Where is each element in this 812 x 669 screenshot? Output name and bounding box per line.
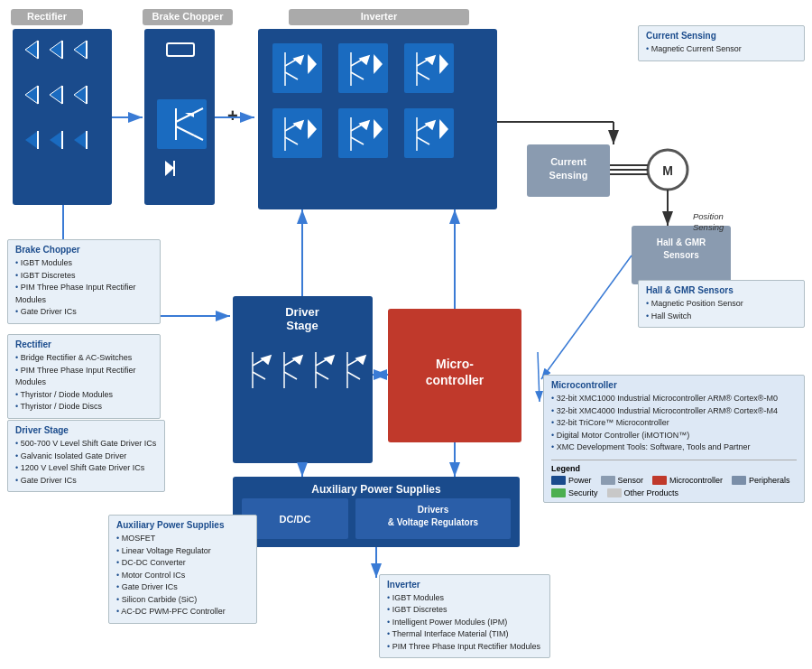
svg-line-106 [316,372,328,379]
svg-rect-83 [527,144,610,197]
svg-marker-80 [426,121,435,129]
current-sensing-title: Current Sensing [646,31,797,41]
hall-gmr-title: Hall & GMR Sensors [646,285,797,295]
svg-marker-69 [309,121,316,137]
driver-stage-list: 500-700 V Level Shift Gate Driver ICs Ga… [15,438,157,487]
svg-text:Drivers: Drivers [418,505,449,515]
list-item: Intelligent Power Modules (IPM) [387,617,542,629]
svg-text:Auxiliary Power Supplies: Auxiliary Power Supplies [311,483,441,496]
list-item: Gate Driver ICs [15,306,152,319]
svg-rect-42 [338,43,388,93]
svg-marker-34 [185,113,194,117]
svg-line-78 [417,124,429,131]
list-item: 500-700 V Level Shift Gate Driver ICs [15,438,157,451]
svg-marker-14 [74,41,87,59]
list-item: 32-bit XMC1000 Industrial Microcontrolle… [551,393,797,405]
svg-line-67 [285,137,298,144]
svg-line-49 [285,72,298,79]
svg-rect-40 [258,29,497,209]
list-item: Thyristor / Diode Modules [15,389,152,402]
rectifier-info: Rectifier Bridge Rectifier & AC-Switches… [7,334,161,419]
svg-marker-50 [294,56,303,64]
svg-marker-51 [309,56,316,72]
list-item: PIM Three Phase Input Rectifier Modules [15,365,152,389]
svg-marker-68 [294,121,303,129]
list-item: Thyristor / Diode Discs [15,401,152,413]
svg-text:Stage: Stage [286,319,318,332]
hall-gmr-info: Hall & GMR Sensors Magnetic Position Sen… [638,280,805,328]
legend-security: Security [551,488,598,497]
list-item: 1200 V Level Shift Gate Driver ICs [15,462,157,475]
svg-text:& Voltage Regulators: & Voltage Regulators [388,517,479,527]
svg-line-102 [284,372,297,379]
inverter-list: IGBT Modules IGBT Discretes Intelligent … [387,592,542,654]
svg-line-97 [253,358,265,366]
list-item: PIM Three Phase Input Rectifier Modules [15,282,152,306]
list-item: MOSFET [116,533,249,545]
svg-text:M: M [662,163,673,178]
svg-rect-43 [404,43,454,93]
svg-text:Current: Current [550,156,586,167]
svg-text:Sensing: Sensing [549,170,588,181]
svg-line-79 [417,137,429,144]
svg-rect-117 [242,498,348,539]
svg-marker-56 [360,56,369,64]
svg-rect-45 [338,108,388,158]
svg-marker-99 [262,356,271,364]
svg-rect-46 [404,108,454,158]
legend-power: Power [551,476,592,485]
svg-marker-12 [50,41,62,59]
svg-text:Brake Chopper: Brake Chopper [152,11,225,22]
list-item: Motor Control ICs [116,570,249,582]
svg-line-66 [285,124,298,131]
svg-line-72 [351,124,364,131]
svg-marker-111 [356,356,365,364]
svg-point-86 [648,150,687,190]
svg-text:controller: controller [426,373,484,387]
svg-text:+: + [227,106,238,125]
svg-rect-112 [388,309,521,442]
svg-rect-41 [272,43,322,93]
mcu-list: 32-bit XMC1000 Industrial Microcontrolle… [551,393,797,454]
svg-line-105 [316,358,328,366]
svg-marker-62 [426,56,435,64]
svg-rect-9 [13,29,112,205]
list-item: IGBT Modules [387,592,542,605]
list-item: DC-DC Converter [116,557,249,570]
svg-line-60 [417,59,429,66]
hall-gmr-list: Magnetic Position Sensor Hall Switch [646,298,797,322]
driver-stage-info: Driver Stage 500-700 V Level Shift Gate … [7,420,165,492]
legend-mcu-label: Microcontroller [669,476,723,485]
mcu-title: Microcontroller [551,380,797,390]
diagram-container: { "top_labels": { "rectifier": "Rectifie… [0,0,812,669]
list-item: XMC Development Tools: Software, Tools a… [551,441,797,454]
svg-marker-24 [50,131,62,149]
list-item: Bridge Rectifier & AC-Switches [15,352,152,365]
svg-marker-74 [360,121,369,129]
svg-line-32 [176,113,194,122]
list-item: Hall Switch [646,311,797,323]
svg-marker-10 [25,41,38,59]
svg-text:Inverter: Inverter [361,11,398,22]
svg-rect-93 [233,296,373,463]
inverter-title: Inverter [387,580,542,590]
svg-line-36 [194,135,203,140]
list-item: Thermal Interface Material (TIM) [387,628,542,641]
legend-other-label: Other Products [624,488,679,497]
list-item: IGBT Modules [15,257,152,270]
svg-text:Rectifier: Rectifier [27,11,68,22]
rectifier-title: Rectifier [15,339,152,349]
legend-security-label: Security [568,488,598,497]
svg-marker-107 [325,356,334,364]
svg-marker-81 [440,121,448,137]
legend-sensor: Sensor [601,476,644,485]
legend-title: Legend [551,464,797,473]
list-item: Magnetic Current Sensor [646,43,797,56]
svg-marker-63 [440,56,448,72]
brake-chopper-info: Brake Chopper IGBT Modules IGBT Discrete… [7,239,161,324]
svg-rect-44 [272,108,322,158]
svg-line-35 [194,108,203,113]
brake-chopper-list: IGBT Modules IGBT Discretes PIM Three Ph… [15,257,152,319]
svg-line-61 [417,72,429,79]
mcu-info: Microcontroller 32-bit XMC1000 Industria… [543,375,805,503]
